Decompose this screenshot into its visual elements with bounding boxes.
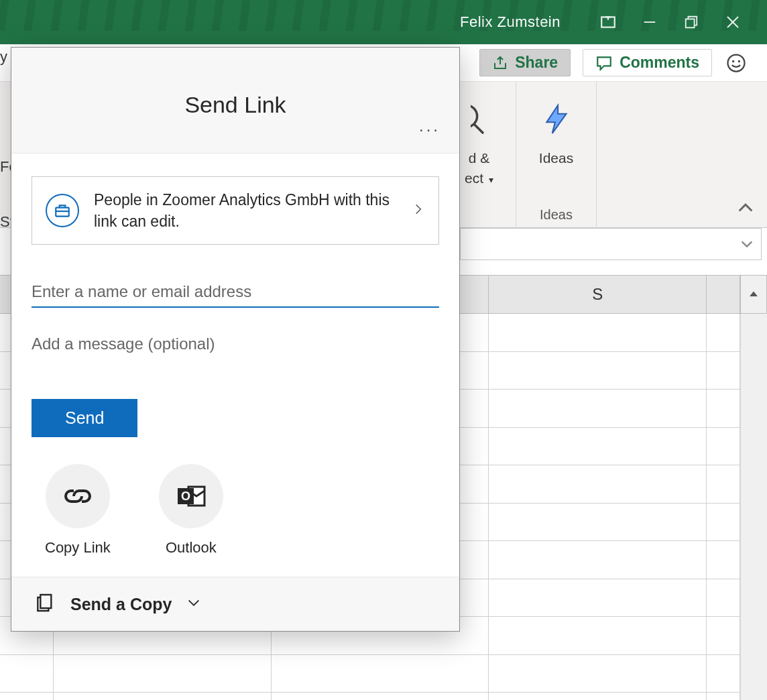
minimize-button[interactable] (629, 0, 670, 44)
share-options-row: Copy Link O Outlook (45, 464, 459, 557)
maximize-button[interactable] (670, 0, 712, 44)
ideas-label: Ideas (539, 150, 573, 166)
link-icon (46, 464, 110, 528)
scroll-up-button[interactable] (740, 275, 767, 314)
svg-rect-17 (40, 595, 51, 608)
title-bar: Felix Zumstein (0, 0, 767, 44)
close-window-button[interactable] (712, 0, 754, 44)
dialog-header: Send Link ··· (11, 48, 459, 154)
link-settings-button[interactable]: People in Zoomer Analytics GmbH with thi… (32, 176, 439, 245)
outlook-icon: O (159, 464, 223, 528)
column-header-s[interactable]: S (489, 276, 707, 313)
send-button-label: Send (65, 408, 104, 427)
copy-pages-icon (34, 592, 56, 616)
outlook-label: Outlook (166, 539, 217, 557)
share-button[interactable]: Share (479, 49, 571, 76)
svg-line-9 (474, 124, 483, 133)
svg-rect-2 (686, 19, 695, 27)
ideas-section-label: Ideas (540, 207, 573, 223)
formula-bar[interactable] (460, 228, 762, 260)
message-input[interactable] (32, 335, 439, 353)
copy-link-button[interactable]: Copy Link (45, 464, 111, 557)
collapse-ribbon-button[interactable] (736, 199, 755, 221)
find-select-label-line1: d & (469, 150, 490, 166)
briefcase-icon (46, 194, 79, 227)
column-header-partial-right[interactable] (707, 276, 740, 313)
recipient-input-wrapper (32, 277, 439, 308)
expand-formula-bar-button[interactable] (740, 237, 754, 254)
chevron-down-icon (186, 595, 201, 613)
partial-text-y: y (0, 48, 7, 66)
dialog-title: Send Link (11, 92, 459, 118)
recipient-input[interactable] (32, 282, 439, 301)
outlook-button[interactable]: O Outlook (159, 464, 223, 557)
send-copy-label: Send a Copy (70, 595, 172, 614)
link-settings-text: People in Zoomer Analytics GmbH with thi… (94, 189, 397, 232)
share-button-label: Share (515, 54, 558, 72)
more-options-button[interactable]: ··· (419, 120, 440, 139)
dropdown-caret-icon: ▾ (486, 174, 493, 185)
find-select-label-line2: ect (465, 170, 483, 186)
chevron-right-icon (412, 202, 425, 219)
send-copy-button[interactable]: Send a Copy (11, 577, 459, 631)
svg-point-7 (739, 60, 740, 61)
svg-point-6 (733, 60, 733, 61)
svg-text:O: O (181, 489, 190, 503)
comments-button-label: Comments (620, 54, 699, 72)
ideas-group[interactable]: Ideas Ideas (516, 82, 597, 228)
feedback-smile-button[interactable] (724, 51, 748, 75)
comments-button[interactable]: Comments (583, 49, 712, 76)
svg-point-8 (471, 105, 477, 127)
lightning-icon (540, 93, 573, 146)
send-link-dialog: Send Link ··· People in Zoomer Analytics… (11, 47, 460, 632)
copy-link-label: Copy Link (45, 539, 111, 557)
magnifier-icon (471, 93, 488, 146)
vertical-scrollbar[interactable] (740, 314, 767, 700)
send-button[interactable]: Send (32, 399, 137, 437)
ribbon-display-options-button[interactable] (587, 0, 629, 44)
message-input-wrapper (32, 335, 439, 353)
svg-point-5 (728, 54, 745, 71)
